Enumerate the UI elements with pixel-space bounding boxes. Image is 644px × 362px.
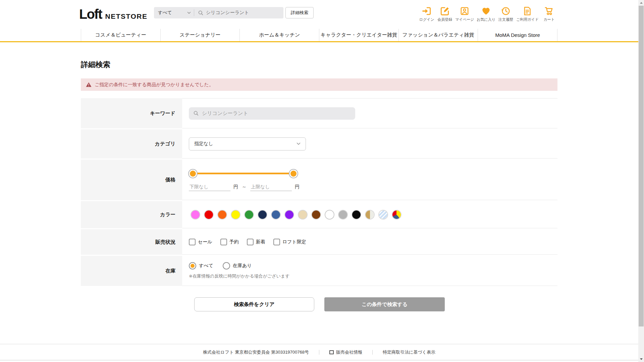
register-link[interactable]: 会員登録 (437, 6, 452, 22)
checkbox[interactable] (247, 239, 254, 245)
footer-link-label: 特定商取引法に基づく表示 (383, 349, 435, 355)
page: Loft NETSTORE すべて 詳細検索 ログイン 会員登録 (0, 0, 644, 362)
nav-item-3[interactable]: ホーム＆キッチン (239, 29, 319, 41)
utility-label: 会員登録 (437, 17, 452, 22)
checkbox[interactable] (273, 239, 280, 245)
color-swatch-brown[interactable] (312, 210, 320, 219)
color-swatch-red[interactable] (205, 210, 213, 219)
radio[interactable] (223, 262, 230, 269)
nav-item-4[interactable]: キャラクター・クリエイター雑貨 (319, 29, 398, 41)
chevron-down-icon (187, 12, 191, 14)
form-row-price: 価格 円 ～ 円 (81, 160, 557, 200)
logo-loft-text: Loft (79, 7, 102, 21)
color-swatch-pink[interactable] (191, 210, 200, 219)
mypage-icon (460, 6, 470, 16)
search-category-select[interactable]: すべて (154, 7, 194, 18)
price-tilde: ～ (242, 184, 247, 190)
stock-option-1[interactable]: すべて (189, 262, 213, 269)
color-swatch-clear[interactable] (379, 210, 387, 219)
status-option-2[interactable]: 予約 (220, 239, 239, 245)
checkbox[interactable] (189, 239, 196, 245)
footer-link[interactable]: 販売会社情報 (329, 349, 362, 355)
color-swatch-yellow[interactable] (231, 210, 240, 219)
login-link[interactable]: ログイン (419, 6, 434, 22)
price-min-input[interactable] (189, 183, 230, 191)
footer-link[interactable]: 特定商取引法に基づく表示 (383, 349, 435, 355)
favorites-link[interactable]: お気に入り (477, 6, 495, 22)
checkbox[interactable] (220, 239, 227, 245)
header-search-bar[interactable]: すべて (154, 7, 283, 18)
main-content: 詳細検索 ご指定の条件に一致する商品が見つかりませんでした。 キーワード カテゴ… (81, 60, 557, 311)
checkbox-label: セール (198, 239, 212, 245)
form-row-color: カラー (81, 201, 557, 228)
mypage-link[interactable]: マイページ (455, 6, 474, 22)
error-message-text: ご指定の条件に一致する商品が見つかりませんでした。 (95, 82, 214, 88)
form-row-status: 販売状況 セール予約新着ロフト限定 (81, 229, 557, 255)
scrollbar-thumb[interactable] (639, 6, 644, 326)
color-swatch-black[interactable] (352, 210, 361, 219)
guide-link[interactable]: ご利用ガイド (516, 6, 539, 22)
color-swatch-beige[interactable] (299, 210, 307, 219)
utility-label: ログイン (419, 17, 434, 22)
color-swatch-gold-silver[interactable] (366, 210, 374, 219)
category-row-content: 指定なし (182, 129, 557, 159)
keyword-input[interactable] (202, 111, 351, 116)
stock-option-2[interactable]: 在庫あり (223, 262, 252, 269)
footer: 株式会社ロフト 東京都公安委員会 第303319700768号 販売会社情報特定… (0, 344, 638, 360)
color-swatch-multicolor[interactable] (392, 210, 401, 219)
keyword-label: キーワード (81, 98, 182, 128)
browser-scrollbar[interactable] (638, 0, 644, 362)
keyword-row-content (182, 98, 557, 128)
category-select[interactable]: 指定なし (189, 137, 306, 150)
color-swatch-purple[interactable] (285, 210, 293, 219)
header-search-input[interactable] (206, 10, 280, 15)
nav-item-5[interactable]: ファッション＆バラエティ雑貨 (398, 29, 478, 41)
slider-track[interactable] (193, 173, 293, 174)
category-label: カテゴリ (81, 129, 182, 159)
color-swatch-blue[interactable] (272, 210, 280, 219)
utility-label: お気に入り (477, 17, 495, 22)
nav-item-2[interactable]: ステーショナリー (160, 29, 240, 41)
color-swatch-orange[interactable] (218, 210, 226, 219)
detail-search-button[interactable]: 詳細検索 (285, 7, 314, 18)
stock-row-content: すべて在庫あり ※在庫情報の反映に時間がかかる場合がございます (182, 256, 557, 286)
login-icon (422, 6, 432, 16)
page-title: 詳細検索 (81, 60, 557, 70)
radio-selected[interactable] (189, 262, 196, 269)
history-icon (501, 6, 511, 16)
color-swatch-gray[interactable] (339, 210, 347, 219)
main-nav-list: コスメ＆ビューティーステーショナリーホーム＆キッチンキャラクター・クリエイター雑… (81, 29, 557, 41)
status-option-4[interactable]: ロフト限定 (273, 239, 306, 245)
price-max-input[interactable] (250, 183, 292, 191)
status-row-content: セール予約新着ロフト限定 (182, 229, 557, 255)
stock-options: すべて在庫あり (189, 262, 252, 269)
chevron-down-icon (297, 142, 301, 145)
status-label: 販売状況 (81, 229, 182, 255)
color-swatch-white[interactable] (325, 210, 334, 219)
cart-link[interactable]: カート (541, 6, 557, 22)
heart-icon (481, 6, 491, 16)
error-message-bar: ご指定の条件に一致する商品が見つかりませんでした。 (81, 78, 557, 91)
checkbox-label: 予約 (229, 239, 239, 245)
search-with-conditions-button[interactable]: この条件で検索する (324, 297, 445, 311)
utility-label: マイページ (455, 17, 474, 22)
scrollbar-down-arrow[interactable] (638, 356, 644, 362)
color-swatch-navy[interactable] (258, 210, 267, 219)
status-option-3[interactable]: 新着 (247, 239, 265, 245)
price-inputs: 円 ～ 円 (189, 183, 303, 191)
scrollbar-up-arrow[interactable] (638, 0, 644, 6)
status-option-1[interactable]: セール (189, 239, 212, 245)
color-swatch-green[interactable] (245, 210, 253, 219)
slider-handle-max[interactable] (290, 171, 297, 177)
color-row-content (182, 201, 557, 228)
clear-conditions-button[interactable]: 検索条件をクリア (194, 297, 314, 311)
search-icon (193, 110, 199, 116)
search-form: キーワード カテゴリ 指定なし (81, 98, 557, 286)
nav-item-6[interactable]: MoMA Design Store (478, 29, 557, 41)
slider-handle-min[interactable] (190, 171, 196, 177)
guide-icon (522, 6, 532, 16)
keyword-input-box[interactable] (189, 107, 355, 120)
loft-logo[interactable]: Loft NETSTORE (79, 7, 147, 21)
nav-item-1[interactable]: コスメ＆ビューティー (81, 29, 160, 41)
order-history-link[interactable]: 注文履歴 (498, 6, 514, 22)
